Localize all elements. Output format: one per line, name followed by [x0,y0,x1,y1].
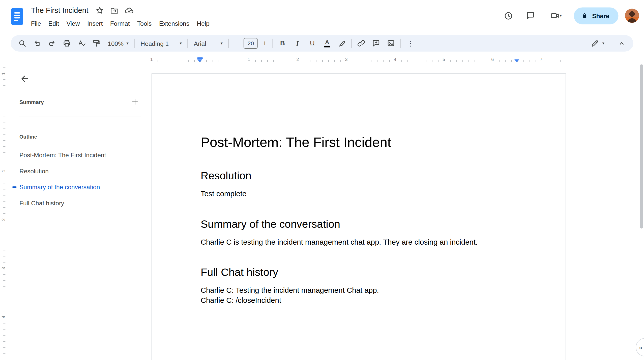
outline-sidebar: Summary Outline Post-Mortem: The First I… [8,69,149,360]
outline-item-full-chat-history[interactable]: Full Chat history [19,195,144,211]
paragraph-style-select[interactable]: Heading 1 ▾ [137,37,186,50]
doc-paragraph[interactable]: Test complete [201,189,517,199]
doc-paragraph[interactable]: Charlie C is testing the incident manage… [201,237,517,247]
more-toolbar-options-icon[interactable]: ⋮ [403,37,418,50]
menu-extensions[interactable]: Extensions [155,19,193,28]
add-comment-icon[interactable] [369,37,384,50]
menu-format[interactable]: Format [106,19,133,28]
toolbar: 100% ▾ Heading 1 ▾ Arial ▾ − 20 + B I U … [11,35,633,51]
horizontal-ruler: 1 1 2 3 4 5 6 7 [149,56,564,66]
move-folder-icon[interactable] [108,4,121,17]
meet-video-icon[interactable]: ▾ [544,7,568,25]
outline-label: Outline [19,134,37,140]
menu-edit[interactable]: Edit [45,19,63,28]
doc-heading-summary[interactable]: Summary of the conversation [201,217,517,231]
document-canvas: Post-Mortem: The First Incident Resoluti… [149,66,644,360]
doc-title-heading[interactable]: Post-Mortem: The First Incident [201,134,517,150]
account-avatar[interactable] [625,9,639,23]
undo-icon[interactable] [30,37,45,50]
share-button[interactable]: Share [574,7,618,24]
menu-insert[interactable]: Insert [83,19,106,28]
text-color-icon: A [324,39,330,47]
ruler-number: 2 [1,217,6,222]
font-family-select[interactable]: Arial ▾ [190,37,226,50]
editing-mode-select[interactable]: ▾ [587,37,608,50]
add-summary-icon[interactable] [129,96,141,108]
version-history-icon[interactable] [499,7,517,25]
italic-icon: I [296,40,299,47]
outline-item-summary-of-the-conversation[interactable]: Summary of the conversation [19,179,144,195]
document-page[interactable]: Post-Mortem: The First Incident Resoluti… [152,73,566,360]
ruler-number: 5 [441,56,446,62]
text-color-button[interactable]: A [320,37,335,50]
redo-icon[interactable] [45,37,60,50]
doc-heading-full-chat-history[interactable]: Full Chat history [201,266,517,279]
star-icon[interactable] [93,4,106,17]
zoom-caret-icon: ▾ [127,41,129,45]
ruler-number: 6 [490,56,495,62]
zoom-select[interactable]: 100% ▾ [104,37,132,50]
ruler-number: 1 [149,56,154,62]
ruler-number: 3 [344,56,349,62]
font-size-input[interactable]: 20 [244,38,258,49]
ruler-ticks [152,60,562,62]
doc-heading-resolution[interactable]: Resolution [201,169,517,182]
lock-icon [580,12,589,20]
underline-button[interactable]: U [305,37,320,50]
ruler-number: 1 [246,56,251,62]
toolbar-divider [134,39,135,48]
ruler-number: 7 [539,56,544,62]
underline-icon: U [310,40,315,47]
bold-icon: B [280,40,285,47]
app-header: The First Incident [0,0,644,33]
spelling-check-icon[interactable] [74,37,89,50]
collapse-chevrons-icon: « [639,344,642,351]
font-caret-icon: ▾ [221,41,223,45]
menu-file[interactable]: File [27,19,45,28]
share-button-label: Share [592,12,609,19]
ruler-number: 4 [393,56,398,62]
left-indent-marker[interactable] [197,57,203,62]
document-title[interactable]: The First Incident [31,6,89,15]
sidebar-divider [19,116,141,116]
style-caret-icon: ▾ [180,41,182,45]
title-block: The First Incident [31,4,213,29]
zoom-value: 100% [108,40,124,47]
increase-font-size-button[interactable]: + [259,37,271,50]
close-outline-icon[interactable] [17,71,32,86]
menu-help[interactable]: Help [193,19,213,28]
outline-item-resolution[interactable]: Resolution [19,163,144,179]
bold-button[interactable]: B [275,37,290,50]
ruler-number: 1 [1,168,6,174]
toolbar-divider [352,39,352,48]
italic-button[interactable]: I [290,37,305,50]
hide-menus-icon[interactable] [614,37,629,50]
insert-image-icon[interactable] [384,37,399,50]
outline-list: Post-Mortem: The First Incident Resoluti… [19,147,144,211]
toolbar-divider [273,39,273,48]
docs-logo-icon[interactable] [11,8,23,25]
search-menus-icon[interactable] [15,37,30,50]
paint-format-icon[interactable] [89,37,104,50]
doc-paragraph[interactable]: Charlie C: /closeIncident [201,295,517,305]
outline-item-post-mortem[interactable]: Post-Mortem: The First Incident [19,147,144,163]
insert-link-icon[interactable] [354,37,369,50]
print-icon[interactable] [60,37,74,50]
decrease-font-size-button[interactable]: − [231,37,243,50]
doc-paragraph[interactable]: Charlie C: Testing the incident manageme… [201,285,517,295]
ruler-number: 2 [295,56,300,62]
meet-dropdown-caret-icon: ▾ [560,14,562,18]
summary-section: Summary [19,96,141,108]
highlight-color-button[interactable] [335,37,349,50]
mode-caret-icon: ▾ [602,41,604,45]
header-actions: ▾ Share [497,0,639,31]
comments-icon[interactable] [521,7,540,25]
menu-tools[interactable]: Tools [133,19,155,28]
paragraph-style-value: Heading 1 [140,40,169,47]
right-indent-marker[interactable] [514,59,519,62]
menu-view[interactable]: View [63,19,83,28]
cloud-status-icon[interactable] [123,4,135,17]
vertical-scrollbar[interactable] [640,64,643,228]
current-location-dash [12,186,16,187]
menu-bar: File Edit View Insert Format Tools Exten… [27,18,213,29]
